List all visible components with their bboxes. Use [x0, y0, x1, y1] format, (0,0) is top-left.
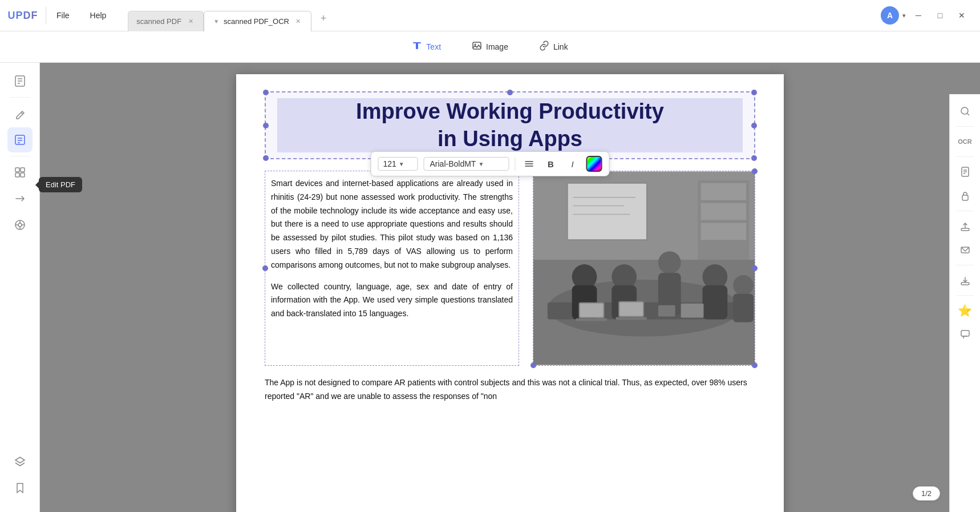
svg-rect-57 — [733, 294, 754, 322]
rs-download[interactable] — [954, 269, 977, 292]
rs-sep3 — [957, 211, 974, 211]
minimize-button[interactable]: ─ — [909, 6, 928, 25]
main-area: Edit PDF 121 ▼ Arial- — [0, 63, 980, 512]
tab-ocr[interactable]: ▼ scanned PDF_OCR ✕ — [204, 11, 311, 31]
svg-rect-14 — [21, 168, 25, 172]
img-handle-mr[interactable] — [752, 265, 758, 271]
user-avatar[interactable]: A — [881, 6, 899, 25]
resize-handle-ml[interactable] — [263, 123, 269, 128]
rs-ocr[interactable]: OCR — [954, 130, 977, 153]
add-tab-button[interactable]: + — [315, 10, 332, 27]
color-picker-button[interactable] — [586, 156, 602, 172]
svg-rect-36 — [700, 203, 746, 220]
resize-handle-tr[interactable] — [751, 90, 757, 95]
img-handle-tr[interactable] — [752, 168, 758, 174]
svg-point-18 — [18, 223, 22, 227]
rs-search[interactable] — [954, 100, 977, 123]
tab-scanned-pdf[interactable]: scanned PDF ✕ — [128, 11, 204, 31]
img-handle-bl[interactable] — [531, 362, 536, 368]
toolbar-link-label: Link — [553, 42, 568, 51]
sidebar-icon-organize[interactable] — [7, 160, 33, 185]
sidebar-icon-bookmark[interactable] — [7, 475, 33, 501]
rs-document[interactable] — [954, 160, 977, 183]
left-sidebar-sep1 — [10, 97, 30, 98]
fmt-sep1 — [515, 157, 516, 171]
align-button[interactable] — [521, 156, 537, 172]
sidebar-icon-annotate[interactable] — [7, 101, 33, 126]
svg-rect-67 — [961, 283, 969, 285]
svg-rect-37 — [700, 223, 746, 240]
rs-sep4 — [957, 265, 974, 265]
right-sidebar: OCR — [949, 94, 980, 512]
svg-line-59 — [967, 113, 969, 115]
rs-lock[interactable] — [954, 184, 977, 207]
sidebar-icon-reader[interactable] — [7, 68, 33, 94]
sidebar-icon-convert[interactable] — [7, 186, 33, 211]
text-col-handle-l[interactable] — [262, 265, 268, 271]
resize-handle-mr[interactable] — [751, 123, 757, 128]
resize-handle-bl[interactable] — [263, 155, 269, 161]
tabs-bar: scanned PDF ✕ ▼ scanned PDF_OCR ✕ + — [128, 5, 881, 26]
font-name-arrow: ▼ — [478, 161, 484, 167]
svg-point-56 — [733, 275, 754, 296]
svg-line-8 — [21, 112, 23, 114]
bold-button[interactable]: B — [543, 156, 559, 172]
pdf-body: Smart devices and internet-based applica… — [265, 171, 755, 366]
pdf-title-line2: in Using Apps — [277, 126, 743, 153]
toolbar-text[interactable]: Text — [405, 37, 448, 57]
svg-rect-1 — [416, 42, 418, 49]
svg-marker-23 — [15, 457, 25, 463]
rs-upload[interactable] — [954, 215, 977, 237]
svg-rect-55 — [681, 304, 704, 318]
svg-rect-49 — [580, 304, 604, 317]
pdf-image-box[interactable] — [533, 171, 755, 366]
rs-comment[interactable] — [954, 323, 977, 346]
resize-handle-br[interactable] — [751, 155, 757, 161]
pdf-body-text: Smart devices and internet-based applica… — [271, 177, 513, 272]
resize-handle-tm[interactable] — [507, 90, 513, 95]
pdf-text-column[interactable]: Smart devices and internet-based applica… — [265, 171, 519, 366]
font-size-selector[interactable]: 121 ▼ — [378, 157, 418, 171]
sidebar-bottom — [7, 449, 33, 506]
sidebar-icon-ai[interactable] — [7, 212, 33, 237]
svg-rect-30 — [568, 183, 647, 240]
left-sidebar-sep2 — [10, 156, 30, 156]
window-controls: A ▾ ─ □ ✕ — [881, 6, 980, 25]
top-bar: UPDF File Help scanned PDF ✕ ▼ scanned P… — [0, 0, 980, 31]
rs-sep1 — [957, 126, 974, 127]
close-button[interactable]: ✕ — [953, 6, 971, 25]
svg-rect-35 — [700, 183, 746, 200]
resize-handle-tl[interactable] — [263, 90, 269, 95]
tab-ocr-close[interactable]: ✕ — [294, 17, 303, 26]
maximize-button[interactable]: □ — [931, 6, 949, 25]
italic-button[interactable]: I — [565, 156, 581, 172]
sidebar-icon-edit[interactable] — [7, 127, 33, 152]
app-logo[interactable]: UPDF — [0, 10, 46, 22]
font-name-selector[interactable]: Arial-BoldMT ▼ — [424, 157, 509, 171]
pdf-title: Improve Working Productivity in Using Ap… — [277, 98, 743, 152]
rs-email[interactable] — [954, 239, 977, 261]
format-toolbar: 121 ▼ Arial-BoldMT ▼ B I — [371, 151, 610, 176]
rs-star[interactable]: ⭐ — [954, 299, 977, 322]
svg-rect-50 — [576, 319, 608, 321]
font-size-value: 121 — [383, 159, 396, 168]
menu-file[interactable]: File — [46, 0, 80, 31]
svg-rect-16 — [21, 173, 25, 177]
img-handle-br[interactable] — [752, 362, 758, 368]
avatar-dropdown[interactable]: ▾ — [902, 12, 906, 19]
menu-help[interactable]: Help — [80, 0, 117, 31]
toolbar-image-label: Image — [486, 42, 508, 51]
svg-rect-53 — [615, 317, 647, 320]
sidebar-icon-layers[interactable] — [7, 449, 33, 474]
text-icon — [412, 41, 422, 53]
svg-rect-13 — [15, 168, 19, 172]
toolbar-link[interactable]: Link — [532, 37, 575, 57]
tab-scanned-label: scanned PDF — [136, 17, 181, 26]
tab-scanned-close[interactable]: ✕ — [186, 17, 195, 26]
image-icon — [472, 41, 482, 53]
tab-ocr-label: scanned PDF_OCR — [224, 17, 289, 26]
tab-ocr-dropdown[interactable]: ▼ — [213, 18, 219, 25]
toolbar-image[interactable]: Image — [465, 37, 515, 57]
pdf-title-box[interactable]: Improve Working Productivity in Using Ap… — [265, 91, 755, 159]
rs-sep5 — [957, 295, 974, 296]
